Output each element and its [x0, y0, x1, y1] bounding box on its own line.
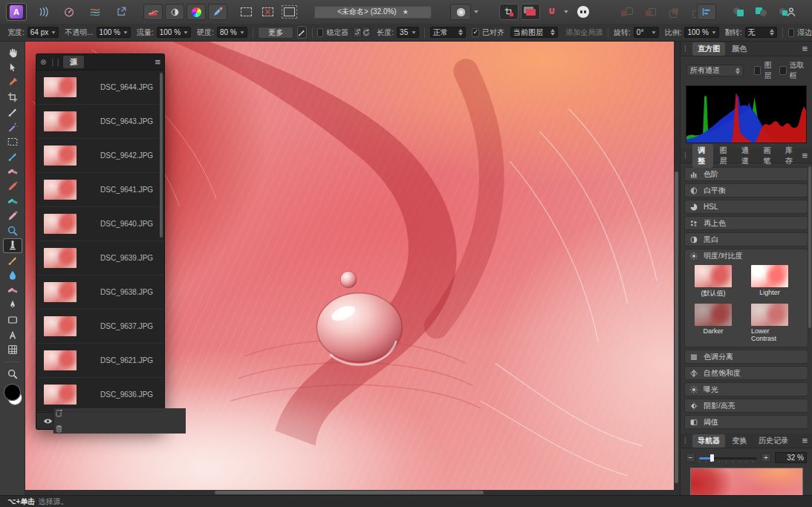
flood-select-tool[interactable] — [3, 120, 22, 134]
auto-white-balance-button[interactable] — [208, 4, 227, 20]
sources-scrollbar[interactable] — [160, 73, 163, 238]
tab-histogram[interactable]: 直方图 — [692, 42, 725, 56]
tab-stock[interactable]: 库存 — [780, 144, 800, 168]
move-to-front-button[interactable] — [617, 4, 636, 20]
move-forward-button[interactable] — [640, 4, 660, 20]
pen-tool[interactable] — [3, 298, 22, 313]
canvas-area[interactable]: ⊗ ❘❘ 源 ≡ DSC_9644.JPG DSC_9643.JPG DSC_9… — [25, 42, 680, 496]
tab-channels[interactable]: 通道 — [736, 144, 756, 168]
blur-tool[interactable] — [3, 223, 22, 238]
source-item[interactable]: DSC_9639.JPG — [36, 241, 164, 275]
account-button[interactable] — [782, 4, 801, 20]
preset-lower-contrast[interactable]: Lower Contrast — [751, 304, 788, 342]
delete-source-trash-icon[interactable] — [54, 424, 64, 434]
source-item[interactable]: DSC_9643.JPG — [36, 105, 164, 139]
chevron-down-icon[interactable] — [564, 10, 568, 13]
paint-brush-tool[interactable] — [3, 149, 22, 164]
develop-persona-button[interactable] — [59, 4, 79, 20]
boolean-subtract-button[interactable] — [752, 4, 771, 20]
text-tool[interactable] — [3, 327, 22, 342]
canvas-vertical-scrollbar[interactable] — [674, 42, 680, 490]
adjustment-posterize[interactable]: 色调分离 — [684, 350, 808, 364]
tone-mapping-persona-button[interactable] — [85, 4, 105, 20]
adjustment-shadows-highlights[interactable]: 阴影/高亮 — [684, 399, 808, 413]
assistant-button[interactable] — [574, 4, 593, 20]
source-item[interactable]: DSC_9644.JPG — [36, 71, 164, 105]
scrollbar-thumb[interactable] — [675, 171, 678, 483]
collapse-icon[interactable]: ❘❘ — [49, 58, 60, 66]
adjustment-white-balance[interactable]: 白平衡 — [684, 183, 808, 197]
tab-navigator[interactable]: 导航器 — [692, 434, 725, 448]
tab-adjustments[interactable]: 调整 — [692, 144, 712, 168]
colour-replacement-brush-tool[interactable] — [3, 253, 22, 268]
boolean-add-button[interactable] — [730, 4, 749, 20]
toggle-marquee-button[interactable] — [236, 4, 256, 20]
zoom-in-button[interactable]: + — [761, 453, 770, 462]
photo-persona-button[interactable]: A — [6, 3, 27, 21]
pixel-pencil-tool[interactable] — [3, 179, 22, 194]
layer-checkbox[interactable] — [754, 66, 761, 75]
edit-brush-button[interactable] — [297, 26, 306, 39]
smudge-tool[interactable] — [3, 268, 22, 283]
selection-brush-tool[interactable] — [3, 105, 22, 120]
sources-tab[interactable]: 源 — [63, 56, 84, 68]
adjustment-brightness-contrast[interactable]: 明度/对比度 — [684, 249, 808, 263]
adjustment-vibrance[interactable]: 自然饱和度 — [684, 366, 808, 380]
rotation-dropdown[interactable]: 0° — [634, 27, 659, 38]
source-item[interactable]: DSC_9637.JPG — [36, 310, 164, 344]
window-stabilizer-button[interactable] — [362, 27, 371, 38]
adjustment-black-white[interactable]: 黑白 — [684, 232, 808, 246]
zoom-value[interactable]: 32 % — [775, 452, 807, 463]
source-item[interactable]: DSC_9642.JPG — [36, 139, 164, 173]
shape-tool[interactable] — [3, 313, 22, 327]
snapping-button[interactable] — [542, 4, 562, 20]
length-dropdown[interactable]: 35 — [397, 27, 419, 38]
view-tool[interactable] — [3, 45, 22, 60]
zoom-out-button[interactable]: − — [686, 453, 695, 462]
scrollbar-thumb[interactable] — [215, 491, 484, 494]
zoom-slider[interactable] — [699, 454, 757, 462]
healing-brush-tool[interactable] — [3, 164, 22, 179]
preset-darker[interactable]: Darker — [695, 304, 732, 342]
flow-dropdown[interactable]: 100 % — [157, 27, 191, 38]
panel-menu-icon[interactable]: ≡ — [802, 43, 808, 54]
preset-lighter[interactable]: Lighter — [751, 265, 788, 298]
panel-menu-icon[interactable]: ≡ — [802, 435, 808, 446]
blend-mode-dropdown[interactable]: 正常 — [430, 27, 467, 38]
stabilizer-checkbox[interactable] — [317, 28, 323, 37]
hardness-dropdown[interactable]: 80 % — [217, 27, 247, 38]
mixer-brush-tool[interactable] — [3, 194, 22, 209]
scale-dropdown[interactable]: 100 % — [684, 27, 718, 38]
tab-color[interactable]: 颜色 — [727, 42, 752, 56]
chevron-down-icon[interactable] — [474, 10, 478, 13]
brush-preview-button[interactable] — [450, 4, 471, 20]
crop-tool[interactable] — [3, 90, 22, 105]
clone-stamp-tool[interactable] — [3, 238, 22, 253]
add-global-source-button[interactable]: 添加全局源 — [565, 27, 602, 38]
source-item[interactable]: DSC_9640.JPG — [36, 207, 164, 241]
tab-brushes[interactable]: 画笔 — [759, 144, 779, 168]
opacity-dropdown[interactable]: 100 % — [97, 27, 131, 38]
deselect-button[interactable]: ✕ — [258, 4, 277, 20]
document-title[interactable]: <未命名> (32.0%) ★ — [314, 6, 432, 19]
preset-default[interactable]: (默认值) — [695, 265, 732, 298]
wet-edges-checkbox[interactable] — [788, 28, 794, 37]
transform-pixel-align-button[interactable] — [499, 4, 519, 20]
auto-contrast-button[interactable] — [165, 4, 184, 20]
liquify-persona-button[interactable] — [33, 4, 53, 20]
edit-all-layers-button[interactable] — [521, 4, 540, 20]
marquee-tool[interactable] — [3, 134, 22, 149]
adjustment-recolor[interactable]: 再上色 — [684, 216, 808, 230]
zoom-tool[interactable] — [3, 367, 22, 382]
more-button[interactable]: 更多 — [258, 27, 293, 39]
width-dropdown[interactable]: 64 px — [27, 27, 59, 38]
aligned-checkbox[interactable]: ✓ — [472, 28, 479, 37]
auto-colour-button[interactable] — [186, 4, 206, 20]
source-item[interactable]: DSC_9641.JPG — [36, 173, 164, 207]
tab-transform[interactable]: 变换 — [727, 434, 752, 448]
panel-menu-icon[interactable]: ≡ — [802, 150, 808, 161]
source-item[interactable]: DSC_9636.JPG — [36, 378, 164, 412]
auto-levels-button[interactable] — [143, 4, 163, 20]
foreground-color-swatch[interactable] — [4, 385, 20, 400]
tab-history[interactable]: 历史记录 — [753, 434, 793, 448]
